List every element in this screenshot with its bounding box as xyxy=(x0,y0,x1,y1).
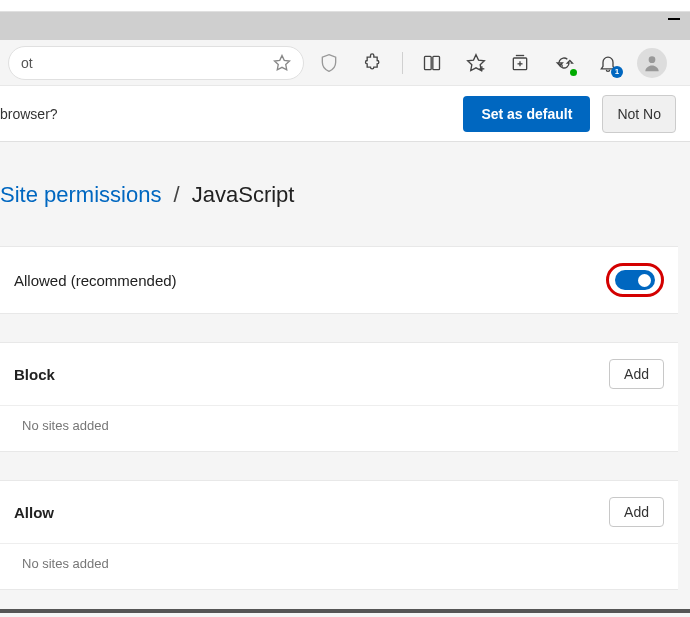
not-now-button[interactable]: Not No xyxy=(602,95,676,133)
set-default-button[interactable]: Set as default xyxy=(463,96,590,132)
breadcrumb-parent-link[interactable]: Site permissions xyxy=(0,182,161,207)
address-bar[interactable]: ot xyxy=(8,46,304,80)
svg-rect-2 xyxy=(433,56,440,69)
block-add-button[interactable]: Add xyxy=(609,359,664,389)
shield-icon[interactable] xyxy=(310,44,348,82)
svg-marker-0 xyxy=(275,55,290,69)
allow-section-title: Allow xyxy=(14,504,609,521)
performance-icon[interactable] xyxy=(545,44,583,82)
profile-avatar[interactable] xyxy=(637,48,667,78)
notification-badge: 1 xyxy=(611,66,623,78)
svg-rect-1 xyxy=(425,56,432,69)
extensions-icon[interactable] xyxy=(354,44,392,82)
breadcrumb: Site permissions / JavaScript xyxy=(0,182,678,208)
allow-empty-text: No sites added xyxy=(0,543,678,589)
collections-icon[interactable] xyxy=(501,44,539,82)
svg-point-10 xyxy=(649,56,656,63)
notifications-icon[interactable]: 1 xyxy=(589,44,627,82)
allowed-label: Allowed (recommended) xyxy=(14,272,606,289)
favorite-star-icon[interactable] xyxy=(273,54,291,75)
breadcrumb-sep: / xyxy=(174,182,180,207)
address-text: ot xyxy=(21,55,33,71)
breadcrumb-current: JavaScript xyxy=(192,182,295,207)
window-minimize-icon[interactable] xyxy=(668,18,680,20)
block-section-title: Block xyxy=(14,366,609,383)
default-browser-banner: browser? Set as default Not No xyxy=(0,86,690,142)
banner-text: browser? xyxy=(0,106,451,122)
allowed-toggle[interactable] xyxy=(615,270,655,290)
block-empty-text: No sites added xyxy=(0,405,678,451)
highlight-ring xyxy=(606,263,664,297)
browser-toolbar: ot 1 xyxy=(0,40,690,86)
favorites-icon[interactable] xyxy=(457,44,495,82)
allow-add-button[interactable]: Add xyxy=(609,497,664,527)
split-screen-icon[interactable] xyxy=(413,44,451,82)
